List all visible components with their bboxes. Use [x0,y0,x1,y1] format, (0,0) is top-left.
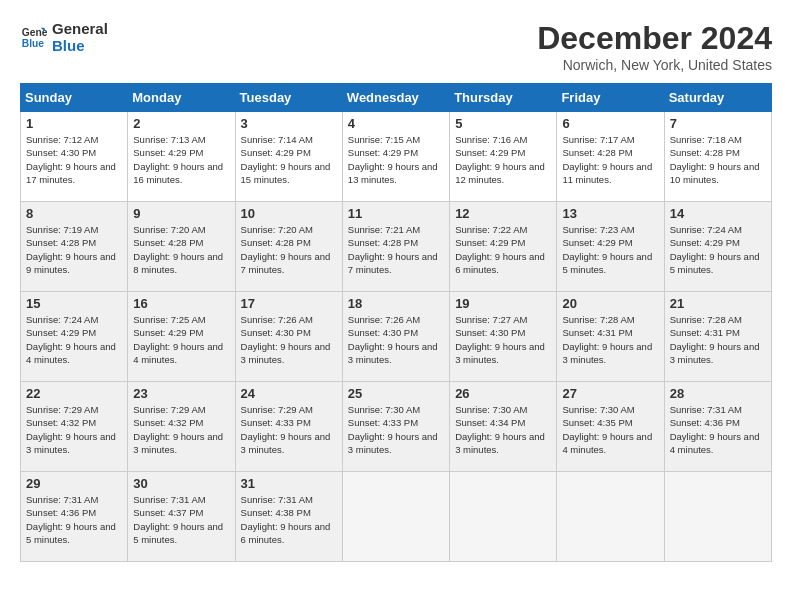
day-info: Sunrise: 7:21 AMSunset: 4:28 PMDaylight:… [348,223,444,276]
day-info: Sunrise: 7:13 AMSunset: 4:29 PMDaylight:… [133,133,229,186]
day-info: Sunrise: 7:30 AMSunset: 4:35 PMDaylight:… [562,403,658,456]
calendar-cell: 23Sunrise: 7:29 AMSunset: 4:32 PMDayligh… [128,382,235,472]
calendar-cell [664,472,771,562]
calendar-table: SundayMondayTuesdayWednesdayThursdayFrid… [20,83,772,562]
header-row: SundayMondayTuesdayWednesdayThursdayFrid… [21,84,772,112]
calendar-cell: 18Sunrise: 7:26 AMSunset: 4:30 PMDayligh… [342,292,449,382]
calendar-cell: 24Sunrise: 7:29 AMSunset: 4:33 PMDayligh… [235,382,342,472]
day-info: Sunrise: 7:31 AMSunset: 4:37 PMDaylight:… [133,493,229,546]
calendar-cell [342,472,449,562]
calendar-cell: 8Sunrise: 7:19 AMSunset: 4:28 PMDaylight… [21,202,128,292]
logo-icon: General Blue [20,23,48,51]
header-thursday: Thursday [450,84,557,112]
day-info: Sunrise: 7:15 AMSunset: 4:29 PMDaylight:… [348,133,444,186]
calendar-cell: 3Sunrise: 7:14 AMSunset: 4:29 PMDaylight… [235,112,342,202]
calendar-cell: 12Sunrise: 7:22 AMSunset: 4:29 PMDayligh… [450,202,557,292]
calendar-cell: 5Sunrise: 7:16 AMSunset: 4:29 PMDaylight… [450,112,557,202]
header-wednesday: Wednesday [342,84,449,112]
day-number: 22 [26,386,122,401]
day-info: Sunrise: 7:27 AMSunset: 4:30 PMDaylight:… [455,313,551,366]
calendar-cell: 25Sunrise: 7:30 AMSunset: 4:33 PMDayligh… [342,382,449,472]
day-number: 24 [241,386,337,401]
calendar-cell: 17Sunrise: 7:26 AMSunset: 4:30 PMDayligh… [235,292,342,382]
calendar-cell: 1Sunrise: 7:12 AMSunset: 4:30 PMDaylight… [21,112,128,202]
day-number: 31 [241,476,337,491]
day-info: Sunrise: 7:19 AMSunset: 4:28 PMDaylight:… [26,223,122,276]
day-info: Sunrise: 7:29 AMSunset: 4:32 PMDaylight:… [26,403,122,456]
day-number: 7 [670,116,766,131]
day-number: 23 [133,386,229,401]
calendar-cell: 15Sunrise: 7:24 AMSunset: 4:29 PMDayligh… [21,292,128,382]
day-number: 12 [455,206,551,221]
calendar-cell: 21Sunrise: 7:28 AMSunset: 4:31 PMDayligh… [664,292,771,382]
day-info: Sunrise: 7:23 AMSunset: 4:29 PMDaylight:… [562,223,658,276]
calendar-cell: 20Sunrise: 7:28 AMSunset: 4:31 PMDayligh… [557,292,664,382]
day-info: Sunrise: 7:24 AMSunset: 4:29 PMDaylight:… [670,223,766,276]
calendar-cell: 29Sunrise: 7:31 AMSunset: 4:36 PMDayligh… [21,472,128,562]
header-monday: Monday [128,84,235,112]
day-info: Sunrise: 7:31 AMSunset: 4:38 PMDaylight:… [241,493,337,546]
day-number: 21 [670,296,766,311]
day-info: Sunrise: 7:17 AMSunset: 4:28 PMDaylight:… [562,133,658,186]
calendar-cell [450,472,557,562]
day-number: 29 [26,476,122,491]
location: Norwich, New York, United States [537,57,772,73]
calendar-cell: 11Sunrise: 7:21 AMSunset: 4:28 PMDayligh… [342,202,449,292]
calendar-cell: 6Sunrise: 7:17 AMSunset: 4:28 PMDaylight… [557,112,664,202]
logo-line1: General [52,20,108,37]
day-number: 6 [562,116,658,131]
calendar-cell: 14Sunrise: 7:24 AMSunset: 4:29 PMDayligh… [664,202,771,292]
day-info: Sunrise: 7:20 AMSunset: 4:28 PMDaylight:… [241,223,337,276]
day-info: Sunrise: 7:30 AMSunset: 4:33 PMDaylight:… [348,403,444,456]
day-number: 13 [562,206,658,221]
calendar-cell: 2Sunrise: 7:13 AMSunset: 4:29 PMDaylight… [128,112,235,202]
calendar-cell: 22Sunrise: 7:29 AMSunset: 4:32 PMDayligh… [21,382,128,472]
calendar-cell: 16Sunrise: 7:25 AMSunset: 4:29 PMDayligh… [128,292,235,382]
day-info: Sunrise: 7:29 AMSunset: 4:33 PMDaylight:… [241,403,337,456]
day-info: Sunrise: 7:16 AMSunset: 4:29 PMDaylight:… [455,133,551,186]
day-info: Sunrise: 7:18 AMSunset: 4:28 PMDaylight:… [670,133,766,186]
svg-text:Blue: Blue [22,38,45,49]
day-info: Sunrise: 7:25 AMSunset: 4:29 PMDaylight:… [133,313,229,366]
day-number: 3 [241,116,337,131]
calendar-cell: 4Sunrise: 7:15 AMSunset: 4:29 PMDaylight… [342,112,449,202]
calendar-cell: 31Sunrise: 7:31 AMSunset: 4:38 PMDayligh… [235,472,342,562]
day-number: 25 [348,386,444,401]
day-info: Sunrise: 7:12 AMSunset: 4:30 PMDaylight:… [26,133,122,186]
page-header: General Blue General Blue December 2024 … [20,20,772,73]
day-number: 10 [241,206,337,221]
calendar-cell: 7Sunrise: 7:18 AMSunset: 4:28 PMDaylight… [664,112,771,202]
day-number: 1 [26,116,122,131]
day-info: Sunrise: 7:22 AMSunset: 4:29 PMDaylight:… [455,223,551,276]
calendar-cell: 9Sunrise: 7:20 AMSunset: 4:28 PMDaylight… [128,202,235,292]
day-info: Sunrise: 7:30 AMSunset: 4:34 PMDaylight:… [455,403,551,456]
day-info: Sunrise: 7:26 AMSunset: 4:30 PMDaylight:… [241,313,337,366]
day-number: 27 [562,386,658,401]
header-saturday: Saturday [664,84,771,112]
day-info: Sunrise: 7:24 AMSunset: 4:29 PMDaylight:… [26,313,122,366]
day-number: 2 [133,116,229,131]
day-number: 30 [133,476,229,491]
day-number: 5 [455,116,551,131]
day-number: 8 [26,206,122,221]
title-section: December 2024 Norwich, New York, United … [537,20,772,73]
header-sunday: Sunday [21,84,128,112]
calendar-week-3: 15Sunrise: 7:24 AMSunset: 4:29 PMDayligh… [21,292,772,382]
day-number: 11 [348,206,444,221]
day-number: 4 [348,116,444,131]
day-number: 16 [133,296,229,311]
day-info: Sunrise: 7:31 AMSunset: 4:36 PMDaylight:… [26,493,122,546]
calendar-cell: 28Sunrise: 7:31 AMSunset: 4:36 PMDayligh… [664,382,771,472]
day-info: Sunrise: 7:14 AMSunset: 4:29 PMDaylight:… [241,133,337,186]
day-number: 14 [670,206,766,221]
day-info: Sunrise: 7:26 AMSunset: 4:30 PMDaylight:… [348,313,444,366]
calendar-cell: 13Sunrise: 7:23 AMSunset: 4:29 PMDayligh… [557,202,664,292]
month-title: December 2024 [537,20,772,57]
day-number: 15 [26,296,122,311]
calendar-cell: 26Sunrise: 7:30 AMSunset: 4:34 PMDayligh… [450,382,557,472]
day-info: Sunrise: 7:31 AMSunset: 4:36 PMDaylight:… [670,403,766,456]
day-number: 18 [348,296,444,311]
day-number: 19 [455,296,551,311]
day-number: 17 [241,296,337,311]
day-number: 28 [670,386,766,401]
